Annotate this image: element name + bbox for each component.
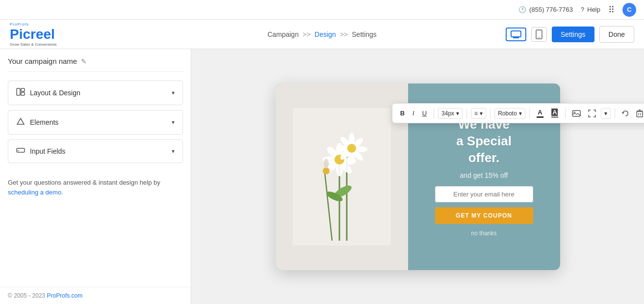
floating-toolbar: B I U 34px ▾ ≡ ▾ Roboto ▾ A xyxy=(392,103,644,123)
phone-icon: 🕐 xyxy=(518,6,526,13)
input-fields-icon xyxy=(16,147,25,156)
nav-settings[interactable]: Settings xyxy=(352,30,377,38)
svg-marker-9 xyxy=(17,118,24,124)
bg-color-bar xyxy=(551,116,558,118)
bold-button[interactable]: B xyxy=(397,108,408,119)
bg-color-button[interactable]: A xyxy=(548,107,561,120)
font-size-select[interactable]: 34px ▾ xyxy=(438,108,463,119)
nav-sep2: >> xyxy=(340,30,348,38)
svg-rect-8 xyxy=(21,92,25,95)
preview-area: B I U 34px ▾ ≡ ▾ Roboto ▾ A xyxy=(191,49,644,304)
toolbar-sep-6 xyxy=(615,109,615,118)
content-area: Your campaign name ✎ Layout & Design ▾ xyxy=(0,49,644,304)
toolbar-sep-4 xyxy=(529,109,530,118)
layout-design-header[interactable]: Layout & Design ▾ xyxy=(8,81,182,105)
done-button[interactable]: Done xyxy=(599,26,634,43)
text-align-select[interactable]: ≡ ▾ xyxy=(471,108,486,119)
phone-link[interactable]: 🕐 (855) 776-7763 xyxy=(518,6,573,13)
no-thanks-link[interactable]: no thanks xyxy=(471,230,496,237)
popup-subtext: and get 15% off xyxy=(460,171,508,179)
cta-button[interactable]: GET MY COUPON xyxy=(435,207,533,224)
undo-button[interactable] xyxy=(619,108,632,119)
elements-label: Elements xyxy=(30,118,58,126)
sidebar-help-text: Get your questions answered & instant de… xyxy=(8,178,183,197)
elements-section: Elements ▾ xyxy=(8,110,183,135)
campaign-name-text: Your campaign name xyxy=(8,57,77,65)
apps-grid-icon[interactable]: ⠿ xyxy=(608,4,615,15)
settings-button[interactable]: Settings xyxy=(552,27,594,42)
topbar: 🕐 (855) 776-7763 ? Help ⠿ C xyxy=(0,0,644,20)
text-color-label: A xyxy=(538,109,542,116)
sidebar: Your campaign name ✎ Layout & Design ▾ xyxy=(0,49,191,304)
mobile-view-button[interactable] xyxy=(531,27,547,42)
nav-campaign[interactable]: Campaign xyxy=(267,30,299,38)
phone-number: (855) 776-7763 xyxy=(529,6,573,13)
main-header: ProProfs Picreel Grow Sales & Conversion… xyxy=(0,20,644,49)
popup-headline: We havea Specialoffer. xyxy=(456,116,512,166)
nav-sep1: >> xyxy=(303,30,310,38)
font-size-chevron-icon: ▾ xyxy=(456,110,459,117)
breadcrumb: Campaign >> Design >> Settings xyxy=(267,30,377,38)
toolbar-sep-2 xyxy=(466,109,467,118)
logo[interactable]: ProProfs Picreel Grow Sales & Conversion… xyxy=(10,22,57,47)
svg-point-5 xyxy=(539,37,540,38)
proprofs-link[interactable]: ProProfs.com xyxy=(47,292,83,299)
elements-icon xyxy=(16,117,25,127)
delete-button[interactable] xyxy=(634,108,644,119)
font-family-select[interactable]: Roboto ▾ xyxy=(494,108,525,119)
svg-rect-14 xyxy=(637,111,643,117)
bg-color-label: A xyxy=(551,109,558,116)
header-actions: Settings Done xyxy=(506,26,634,43)
text-color-button[interactable]: A xyxy=(534,107,546,120)
svg-point-44 xyxy=(347,144,356,153)
svg-rect-7 xyxy=(21,88,25,91)
campaign-name-row: Your campaign name ✎ xyxy=(8,57,183,72)
elements-left: Elements xyxy=(16,117,58,127)
layout-design-section: Layout & Design ▾ xyxy=(8,81,183,105)
help-icon: ? xyxy=(581,6,584,13)
flower-image xyxy=(293,108,391,246)
email-input[interactable] xyxy=(435,186,533,202)
svg-rect-6 xyxy=(17,88,20,95)
layout-design-label: Layout & Design xyxy=(30,89,80,97)
edit-campaign-name-icon[interactable]: ✎ xyxy=(81,57,87,65)
logo-picreel: Picreel xyxy=(10,28,57,41)
delete-icon xyxy=(636,110,643,117)
avatar[interactable]: C xyxy=(622,3,636,17)
toolbar-sep-3 xyxy=(490,109,490,118)
layout-design-left: Layout & Design xyxy=(16,88,80,98)
italic-button[interactable]: I xyxy=(410,108,417,119)
insert-image-button[interactable] xyxy=(569,108,583,119)
input-fields-label: Input Fields xyxy=(30,147,65,155)
svg-point-45 xyxy=(323,167,330,174)
scheduling-demo-link[interactable]: scheduling a demo. xyxy=(8,189,63,196)
underline-button[interactable]: U xyxy=(419,108,430,119)
popup-image-side xyxy=(276,83,408,270)
resize-button[interactable] xyxy=(585,107,599,120)
resize-options-select[interactable]: ▾ xyxy=(601,108,611,119)
font-family-chevron-icon: ▾ xyxy=(519,110,522,117)
svg-rect-19 xyxy=(298,113,386,241)
input-fields-left: Input Fields xyxy=(16,147,65,156)
svg-point-46 xyxy=(324,159,329,168)
text-align-icon: ≡ xyxy=(474,110,478,117)
elements-header[interactable]: Elements ▾ xyxy=(8,111,182,134)
logo-tagline: Grow Sales & Conversions xyxy=(10,42,57,47)
insert-image-icon xyxy=(572,110,581,117)
mobile-icon xyxy=(536,29,542,39)
toolbar-sep-5 xyxy=(565,109,566,118)
help-label: Help xyxy=(587,6,600,13)
desktop-icon xyxy=(511,30,521,38)
resize-icon xyxy=(588,109,596,118)
elements-chevron-icon: ▾ xyxy=(172,119,175,126)
flower-svg xyxy=(298,113,386,241)
input-fields-chevron-icon: ▾ xyxy=(172,148,175,155)
text-align-chevron-icon: ▾ xyxy=(480,110,483,117)
input-fields-section: Input Fields ▾ xyxy=(8,139,183,163)
help-link[interactable]: ? Help xyxy=(581,6,600,13)
footer: © 2005 - 2023 ProProfs.com xyxy=(0,287,191,304)
layout-chevron-icon: ▾ xyxy=(172,89,175,96)
nav-design[interactable]: Design xyxy=(314,30,336,38)
desktop-view-button[interactable] xyxy=(506,28,526,41)
input-fields-header[interactable]: Input Fields ▾ xyxy=(8,140,182,163)
